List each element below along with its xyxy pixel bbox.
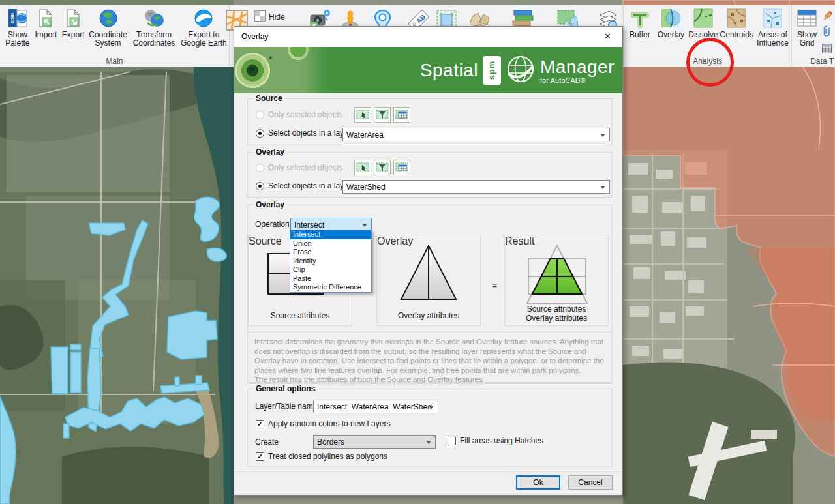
export-google-earth-label: Export to Google Earth bbox=[179, 31, 229, 48]
source-select-objects-button[interactable] bbox=[354, 107, 371, 123]
result-diagram bbox=[505, 241, 608, 304]
create-label: Create bbox=[255, 437, 279, 447]
general-options-label: General options bbox=[253, 384, 318, 393]
banner-star-small-icon: ✶ bbox=[268, 55, 273, 61]
dissolve-icon bbox=[693, 8, 714, 29]
show-palette-label: Show Palette bbox=[3, 31, 33, 48]
radio-icon bbox=[256, 182, 264, 190]
close-button[interactable]: ✕ bbox=[593, 27, 622, 46]
equals-sign: = bbox=[488, 280, 501, 290]
source-only-selected-radio[interactable]: Only selected objects bbox=[256, 110, 342, 119]
dropdown-item-identity[interactable]: Identity bbox=[290, 257, 371, 266]
overlay-diagram bbox=[377, 241, 480, 306]
result-box: Result Source attributes Overlay attribu… bbox=[504, 235, 609, 326]
fill-hatches-checkbox[interactable]: Fill areas using Hatches bbox=[448, 436, 543, 445]
ribbon-group-main: spm Show Palette Import Export bbox=[0, 5, 230, 67]
chevron-down-icon bbox=[426, 441, 431, 444]
close-icon: ✕ bbox=[604, 31, 611, 41]
checkbox-checked-icon: ✓ bbox=[256, 420, 264, 428]
transform-coordinates-icon bbox=[144, 8, 164, 29]
radio-icon bbox=[256, 129, 264, 138]
export-button[interactable]: Export bbox=[59, 5, 87, 48]
export-google-earth-button[interactable]: Export to Google Earth bbox=[179, 5, 229, 48]
cancel-button[interactable]: Cancel bbox=[568, 475, 613, 490]
import-label: Import bbox=[35, 31, 57, 39]
apply-random-colors-checkbox[interactable]: ✓ Apply random colors to new Layers bbox=[256, 419, 390, 428]
hide-checkbox[interactable]: Hide bbox=[254, 10, 285, 23]
import-icon bbox=[36, 8, 55, 29]
treat-polylines-checkbox[interactable]: ✓ Treat closed polylines as polygons bbox=[256, 452, 387, 461]
overlay-attributes-box: Overlay Overlay attributes bbox=[376, 235, 481, 326]
overlay-only-selected-radio[interactable]: Only selected objects bbox=[256, 163, 342, 172]
chevron-down-icon bbox=[429, 406, 434, 409]
dialog-titlebar: Overlay ✕ bbox=[234, 27, 622, 47]
checker-icon bbox=[254, 10, 266, 23]
checkbox-unchecked-icon bbox=[448, 437, 456, 445]
logo-tagline: for AutoCAD® bbox=[540, 76, 615, 84]
dialog-banner: ★ ✶ Spatial spm Manager for AutoCAD® bbox=[234, 47, 622, 93]
dropdown-item-symmetric-difference[interactable]: Symmetric Difference bbox=[290, 283, 371, 292]
source-filter-button[interactable] bbox=[374, 107, 391, 123]
general-options-groupbox: General options Layer/Table name Interse… bbox=[247, 389, 613, 467]
overlay-select-layer-radio[interactable]: Select objects in a layer bbox=[256, 181, 351, 190]
export-icon bbox=[63, 8, 83, 29]
field-calculator-button[interactable] bbox=[822, 42, 834, 55]
overlay-filter-button[interactable] bbox=[374, 160, 391, 175]
overlay-button[interactable]: Overlay bbox=[655, 5, 687, 48]
coordinate-system-button[interactable]: Coordinate System bbox=[87, 5, 129, 48]
layer-table-name-label: Layer/Table name bbox=[255, 402, 317, 411]
checkbox-checked-icon: ✓ bbox=[256, 452, 264, 461]
svg-text:spm: spm bbox=[8, 13, 14, 23]
show-palette-button[interactable]: spm Show Palette bbox=[3, 5, 33, 48]
overlay-label: Overlay bbox=[658, 31, 684, 39]
transform-coordinates-button[interactable]: Transform Coordinates bbox=[129, 5, 178, 48]
attach-files-button[interactable] bbox=[823, 25, 834, 38]
transform-coordinates-label: Transform Coordinates bbox=[129, 31, 178, 48]
spatial-manager-logo: Spatial spm Manager for AutoCAD® bbox=[420, 47, 615, 93]
data-tables-group-label: Data T bbox=[792, 57, 835, 66]
overlay-dialog: Overlay ✕ ★ ✶ Spatial spm Manager for Au… bbox=[234, 26, 623, 496]
show-grid-label: Show Grid bbox=[793, 31, 821, 48]
radio-icon bbox=[256, 164, 264, 172]
dropdown-item-clip[interactable]: Clip bbox=[290, 265, 371, 274]
dropdown-item-intersect[interactable]: Intersect bbox=[290, 230, 371, 239]
source-table-button[interactable] bbox=[393, 107, 410, 123]
overlay-select-objects-button[interactable] bbox=[354, 160, 371, 175]
areas-of-influence-icon bbox=[762, 8, 783, 29]
buffer-label: Buffer bbox=[630, 31, 650, 39]
overlay-icon bbox=[660, 8, 681, 29]
create-combobox[interactable]: Borders bbox=[313, 435, 436, 449]
radio-icon bbox=[256, 111, 264, 119]
edit-data-button[interactable] bbox=[822, 9, 834, 22]
export-label: Export bbox=[62, 31, 85, 39]
layer-table-name-combobox[interactable]: Intersect_WaterArea_WaterShed bbox=[313, 400, 438, 413]
map-canvas-left[interactable] bbox=[0, 0, 234, 504]
annotation-red-circle bbox=[686, 38, 734, 87]
source-layer-combobox[interactable]: WaterArea bbox=[342, 128, 610, 141]
dropdown-item-union[interactable]: Union bbox=[290, 239, 371, 248]
logo-globe-icon bbox=[506, 54, 536, 87]
show-grid-button[interactable]: Show Grid bbox=[793, 5, 821, 48]
buffer-button[interactable]: Buffer bbox=[625, 5, 655, 48]
overlay-group-label: Overlay bbox=[253, 147, 287, 156]
dropdown-item-erase[interactable]: Erase bbox=[290, 248, 371, 257]
import-button[interactable]: Import bbox=[33, 5, 60, 48]
ok-button[interactable]: Ok bbox=[516, 475, 560, 490]
globe-icon bbox=[99, 8, 118, 29]
areas-of-influence-button[interactable]: Areas of Influence bbox=[754, 5, 791, 48]
chevron-down-icon bbox=[362, 224, 367, 227]
google-earth-icon bbox=[194, 8, 213, 29]
coordinate-system-label: Coordinate System bbox=[87, 31, 129, 48]
centroids-icon bbox=[726, 8, 747, 29]
dropdown-item-paste[interactable]: Paste bbox=[290, 274, 371, 284]
source-group-label: Source bbox=[253, 94, 285, 103]
overlay-layer-combobox[interactable]: WaterShed bbox=[342, 180, 610, 194]
operation-label: Operation bbox=[255, 220, 290, 229]
buffer-icon bbox=[630, 8, 650, 29]
result-caption: Source attributes Overlay attributes bbox=[505, 304, 608, 323]
areas-of-influence-label: Areas of Influence bbox=[754, 31, 791, 48]
overlay-table-button[interactable] bbox=[393, 160, 410, 175]
centroids-button[interactable]: Centroids bbox=[720, 5, 754, 48]
source-select-layer-radio[interactable]: Select objects in a layer bbox=[256, 128, 351, 138]
operation-description: Intersect determines the geometry that o… bbox=[247, 332, 613, 383]
